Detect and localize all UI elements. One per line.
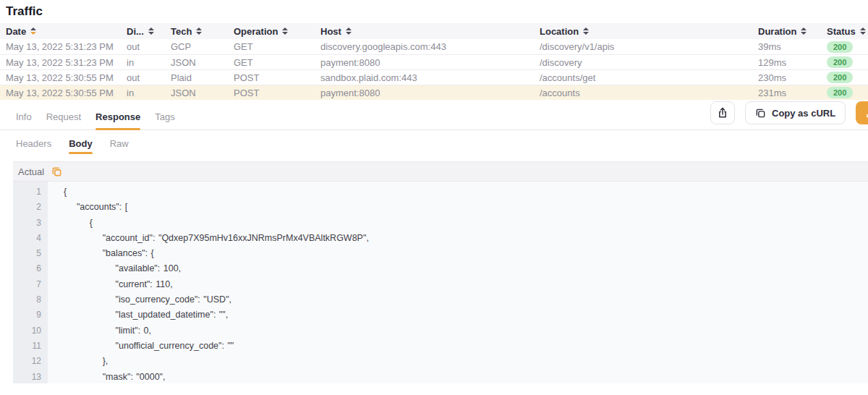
copy-icon bbox=[51, 166, 62, 177]
copy-icon bbox=[755, 108, 766, 119]
cell-host: discovery.googleapis.com:443 bbox=[320, 41, 540, 52]
sort-icon[interactable] bbox=[196, 27, 202, 35]
column-header-host[interactable]: Host bbox=[320, 26, 540, 37]
column-header-tech[interactable]: Tech bbox=[171, 26, 234, 37]
table-body: May 13, 2022 5:31:23 PMoutGCPGETdiscover… bbox=[0, 39, 868, 100]
cell-operation: POST bbox=[234, 72, 320, 83]
line-number: 13 bbox=[13, 370, 48, 383]
code-line: "mask": "0000", bbox=[64, 370, 868, 383]
line-number: 12 bbox=[13, 354, 48, 369]
column-header-status[interactable]: Status bbox=[827, 26, 868, 37]
line-number: 6 bbox=[13, 261, 48, 276]
column-header-di[interactable]: Di... bbox=[127, 26, 171, 37]
code-line: "limit": 0, bbox=[64, 323, 868, 339]
column-label: Tech bbox=[171, 26, 192, 37]
tab-tags[interactable]: Tags bbox=[155, 105, 174, 129]
status-badge: 200 bbox=[827, 41, 853, 53]
column-header-date[interactable]: Date bbox=[6, 26, 127, 37]
copy-as-curl-button[interactable]: Copy as cURL bbox=[745, 101, 846, 124]
actual-label: Actual bbox=[18, 166, 44, 177]
cell-tech: GCP bbox=[171, 41, 234, 52]
cell-host: payment:8080 bbox=[320, 88, 540, 98]
download-button[interactable]: Download bbox=[856, 101, 868, 124]
cell-direction: in bbox=[127, 88, 171, 98]
cell-date: May 13, 2022 5:30:55 PM bbox=[6, 72, 127, 83]
column-header-operation[interactable]: Operation bbox=[234, 26, 320, 37]
code-line: "iso_currency_code": "USD", bbox=[64, 292, 868, 307]
line-number: 11 bbox=[13, 339, 48, 354]
line-number: 2 bbox=[13, 200, 48, 215]
copy-body-button[interactable] bbox=[51, 166, 62, 177]
cell-operation: GET bbox=[234, 57, 320, 68]
cell-host: payment:8080 bbox=[320, 57, 540, 68]
code-content: { "accounts": [ { "account_id": "Qdxep7X… bbox=[48, 182, 868, 383]
line-number: 5 bbox=[13, 246, 48, 261]
line-number: 1 bbox=[13, 184, 48, 200]
column-label: Di... bbox=[127, 26, 144, 37]
cell-host: sandbox.plaid.com:443 bbox=[320, 72, 540, 83]
cell-duration: 129ms bbox=[758, 57, 827, 68]
cell-operation: GET bbox=[234, 41, 320, 52]
sort-icon[interactable] bbox=[346, 27, 352, 35]
status-badge: 200 bbox=[827, 87, 853, 98]
tab-response[interactable]: Response bbox=[95, 105, 140, 129]
column-header-duration[interactable]: Duration bbox=[758, 26, 827, 37]
column-label: Host bbox=[320, 26, 341, 37]
table-row[interactable]: May 13, 2022 5:30:55 PMinJSONPOSTpayment… bbox=[0, 85, 868, 100]
line-number-gutter: 12345678910111213 bbox=[13, 182, 48, 383]
table-row[interactable]: May 13, 2022 5:31:23 PMinJSONGETpayment:… bbox=[0, 54, 868, 69]
tab-request[interactable]: Request bbox=[46, 105, 81, 129]
code-line: "last_updated_datetime": "", bbox=[64, 307, 868, 323]
response-subtabs: HeadersBodyRaw bbox=[0, 130, 868, 156]
sort-icon[interactable] bbox=[801, 27, 807, 35]
column-label: Status bbox=[827, 26, 856, 37]
table-row[interactable]: May 13, 2022 5:31:23 PMoutGCPGETdiscover… bbox=[0, 39, 868, 54]
sort-icon[interactable] bbox=[148, 27, 154, 35]
tab-list: InfoRequestResponseTags bbox=[16, 105, 190, 129]
sort-icon[interactable] bbox=[30, 27, 36, 35]
sort-icon[interactable] bbox=[860, 27, 866, 35]
cell-operation: POST bbox=[234, 88, 320, 98]
column-header-location[interactable]: Location bbox=[540, 26, 758, 37]
code-line: "current": 110, bbox=[64, 277, 868, 292]
page-title: Traffic bbox=[0, 0, 868, 23]
cell-location: /accounts/get bbox=[540, 72, 758, 83]
subtab-raw[interactable]: Raw bbox=[110, 132, 129, 156]
code-line: "accounts": [ bbox=[64, 200, 868, 215]
code-line: { bbox=[64, 184, 868, 200]
download-icon bbox=[865, 107, 868, 119]
body-viewer-bar: Actual bbox=[13, 162, 868, 182]
cell-direction: out bbox=[127, 72, 171, 83]
line-number: 8 bbox=[13, 292, 48, 307]
cell-direction: out bbox=[127, 41, 171, 52]
code-line: { bbox=[64, 216, 868, 231]
cell-duration: 230ms bbox=[758, 72, 827, 83]
line-number: 9 bbox=[13, 307, 48, 323]
line-number: 3 bbox=[13, 216, 48, 231]
code-line: "account_id": "Qdxep7X95mHv16xxJNRmsPrMx… bbox=[64, 231, 868, 246]
column-label: Location bbox=[540, 26, 579, 37]
table-header-row: DateDi...TechOperationHostLocationDurati… bbox=[0, 23, 868, 39]
cell-tech: JSON bbox=[171, 88, 234, 98]
subtab-body[interactable]: Body bbox=[69, 132, 93, 156]
cell-direction: in bbox=[127, 57, 171, 68]
traffic-table: DateDi...TechOperationHostLocationDurati… bbox=[0, 23, 868, 100]
tab-info[interactable]: Info bbox=[16, 105, 32, 129]
sort-icon[interactable] bbox=[583, 27, 589, 35]
body-viewer: Actual 12345678910111213 { "accounts": [… bbox=[13, 161, 868, 383]
line-number: 10 bbox=[13, 323, 48, 339]
cell-duration: 39ms bbox=[758, 41, 827, 52]
subtab-headers[interactable]: Headers bbox=[16, 132, 51, 156]
code-viewer[interactable]: 12345678910111213 { "accounts": [ { "acc… bbox=[13, 182, 868, 383]
cell-location: /discovery bbox=[540, 57, 758, 68]
table-row[interactable]: May 13, 2022 5:30:55 PMoutPlaidPOSTsandb… bbox=[0, 69, 868, 85]
sort-icon[interactable] bbox=[282, 27, 288, 35]
copy-as-curl-label: Copy as cURL bbox=[772, 108, 835, 119]
code-line: "unofficial_currency_code": "" bbox=[64, 339, 868, 354]
cell-location: /discovery/v1/apis bbox=[540, 41, 758, 52]
cell-tech: JSON bbox=[171, 57, 234, 68]
share-button[interactable] bbox=[710, 101, 735, 124]
share-icon bbox=[717, 107, 728, 119]
cell-status: 200 bbox=[827, 72, 868, 83]
column-label: Operation bbox=[234, 26, 278, 37]
